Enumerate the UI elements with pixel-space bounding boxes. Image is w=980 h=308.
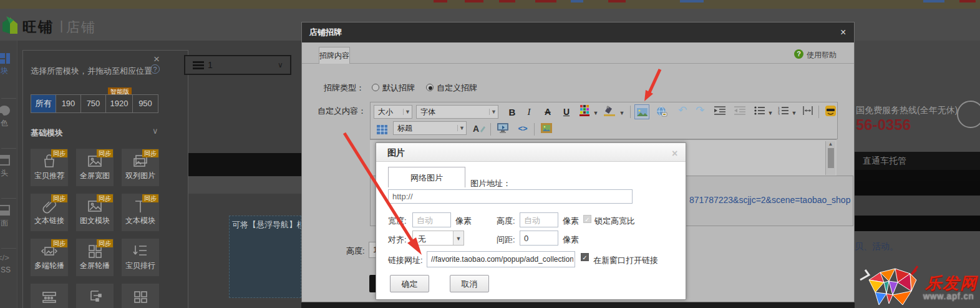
cancel-button[interactable]: 取消 [450, 275, 489, 292]
indent-button[interactable] [712, 104, 727, 117]
tree-icon [76, 287, 114, 305]
height-input[interactable] [520, 212, 558, 227]
grid-small-icon [122, 287, 159, 305]
table-button[interactable] [375, 123, 389, 136]
scrollbar-thumb[interactable] [828, 148, 834, 168]
help-link[interactable]: 使用帮助 [807, 50, 837, 61]
hamburger-icon [193, 61, 204, 70]
close-icon[interactable]: × [153, 53, 160, 66]
underline-button[interactable]: U [561, 106, 571, 118]
marquee-fragment [571, 0, 583, 2]
indent-right-icon [714, 106, 725, 115]
size-tab-all[interactable]: 所有 [31, 95, 56, 112]
lock-ratio-label: 锁定高宽比 [594, 216, 635, 227]
fill-color-button[interactable] [603, 104, 616, 117]
radio-default-sign[interactable] [372, 84, 379, 91]
module-tile[interactable]: 同步 文本链接 [31, 194, 68, 231]
size-tab-750[interactable]: 750 [81, 95, 106, 112]
marquee-fragment [923, 0, 944, 2]
width-input[interactable] [412, 212, 451, 227]
section-title: 基础模块 [31, 127, 63, 139]
module-tile[interactable]: 同步 文本模块 [122, 194, 159, 231]
new-window-checkbox[interactable]: ✓ [581, 253, 589, 261]
logo-divider: | [60, 19, 63, 33]
dialog-titlebar[interactable]: 店铺招牌 [302, 22, 854, 42]
emoticon-button[interactable] [823, 104, 837, 117]
bold-button[interactable]: B [507, 106, 518, 118]
outdent-button[interactable] [732, 104, 747, 117]
layer-dropdown[interactable]: 1 ∨ [184, 55, 291, 75]
ranking-icon [122, 242, 159, 260]
font-color-caret[interactable]: ▼ [593, 107, 599, 119]
radio-default-label: 默认招牌 [382, 82, 415, 94]
scroll-up-icon[interactable]: ▲ [826, 141, 835, 147]
module-tile[interactable] [31, 284, 68, 308]
size-tab-950[interactable]: 950 [133, 95, 158, 112]
strikethrough-button[interactable]: A [541, 106, 554, 118]
radio-custom-sign[interactable] [426, 84, 434, 91]
bullet-list-button[interactable] [752, 104, 766, 117]
layer-dropdown-value: 1 [208, 60, 213, 70]
module-tile[interactable]: 同步 宝贝推荐 [31, 149, 68, 186]
custom-content-label: 自定义内容： [318, 106, 366, 117]
module-tile[interactable]: 同步 双列图片 [122, 149, 159, 186]
floating-nav-placeholder[interactable]: 可将【悬浮导航】模块拖 [229, 216, 301, 298]
spacing-button[interactable] [801, 104, 815, 117]
undo-icon[interactable]: ↶ [676, 104, 689, 116]
link-preview-text[interactable]: 871787223&scjjc=2&scene=taobao_shop [689, 195, 850, 205]
partial-store-text: 贝、活动。 [855, 241, 898, 252]
lock-ratio-checkbox[interactable]: ✓ [583, 215, 591, 223]
browser-top-strip [0, 0, 980, 9]
font-color-button[interactable] [578, 104, 591, 117]
tab-sign-content[interactable]: 招牌内容 [319, 47, 350, 64]
module-tile[interactable] [76, 284, 114, 308]
ok-button[interactable]: 确定 [390, 275, 429, 292]
close-icon[interactable]: × [672, 148, 677, 159]
pixel-unit: 像素 [455, 216, 472, 227]
hyperlink-button[interactable] [654, 104, 669, 119]
fill-color-caret[interactable]: ▼ [619, 107, 625, 119]
dialog-title: 店铺招牌 [309, 27, 342, 37]
size-tab-group: 所有 190 750 1920 950 [31, 94, 158, 113]
frame-image-button[interactable] [539, 122, 554, 134]
italic-button[interactable]: I [524, 106, 534, 118]
editor-scrollbar[interactable]: ▲ [825, 141, 835, 175]
bullet-list-caret[interactable]: ▼ [767, 107, 774, 119]
image-url-input[interactable] [388, 189, 633, 204]
preview-button[interactable] [495, 122, 510, 134]
link-url-input[interactable] [427, 251, 575, 267]
close-icon[interactable]: × [840, 27, 846, 38]
size-tab-190[interactable]: 190 [56, 95, 81, 112]
source-code-button[interactable]: <> [515, 122, 530, 134]
module-tile[interactable]: 同步 多端轮播 [31, 239, 68, 276]
height-label: 高度: [346, 246, 365, 257]
marquee-fragment [680, 0, 704, 2]
numbered-list-button[interactable]: 123 [776, 104, 790, 117]
size-tab-1920[interactable]: 1920 [106, 95, 133, 112]
tab-network-image[interactable]: 网络图片 [388, 167, 465, 187]
banner-link[interactable]: 直通车托管 [863, 156, 906, 167]
chevron-down-icon: ∨ [278, 61, 283, 69]
pixel-unit: 像素 [563, 216, 579, 227]
autoformat-button[interactable]: A [472, 122, 487, 134]
insert-image-button[interactable] [634, 104, 649, 119]
marquee-fragment [959, 0, 976, 2]
chevron-down-icon: ▼ [453, 231, 463, 245]
font-family-dropdown[interactable]: 字体▼ [416, 105, 498, 119]
image-dialog-titlebar[interactable]: 图片 [376, 143, 686, 162]
chevron-down-icon[interactable]: ∨ [152, 126, 158, 136]
numbered-list-caret[interactable]: ▼ [791, 107, 797, 119]
align-select[interactable]: 无 ▼ [412, 231, 464, 246]
question-icon[interactable]: ? [150, 64, 160, 74]
numbered-list-icon: 123 [778, 106, 788, 115]
font-size-dropdown[interactable]: 大小▼ [374, 105, 412, 119]
paragraph-format-dropdown[interactable]: 标题▼ [393, 121, 467, 135]
redo-icon[interactable]: ↷ [694, 104, 706, 116]
module-tile[interactable]: 宝贝排行 [122, 239, 159, 276]
module-tile[interactable]: 同步 全屏轮播 [76, 239, 114, 276]
module-tile[interactable]: 同步 图文模块 [76, 194, 114, 231]
spacing-input[interactable] [520, 231, 558, 246]
module-tile[interactable] [122, 284, 159, 308]
module-tile[interactable]: 同步 全屏宽图 [76, 149, 114, 186]
phone-icon [957, 101, 980, 128]
